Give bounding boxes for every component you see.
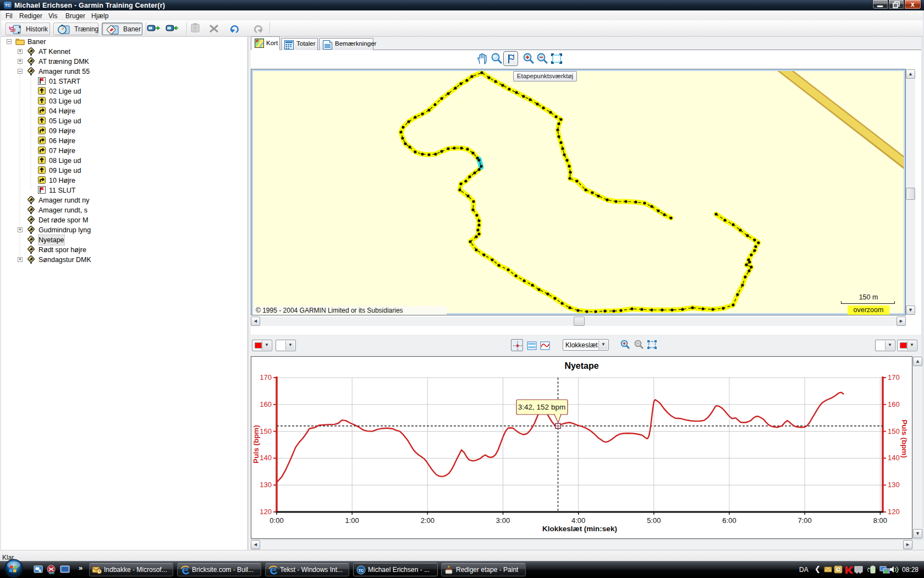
svg-text:3:42, 152 bpm: 3:42, 152 bpm	[518, 403, 565, 411]
svg-text:2:00: 2:00	[421, 516, 435, 525]
svg-text:6:00: 6:00	[722, 516, 736, 525]
svg-text:1:00: 1:00	[345, 516, 359, 525]
svg-text:0:00: 0:00	[270, 516, 283, 525]
svg-text:130: 130	[260, 481, 272, 489]
svg-text:170: 170	[260, 373, 272, 381]
svg-text:140: 140	[888, 454, 900, 462]
svg-text:oo: oo	[49, 570, 54, 575]
svg-text:140: 140	[260, 454, 272, 462]
svg-text:170: 170	[888, 373, 900, 381]
svg-text:150: 150	[888, 427, 900, 435]
svg-text:Puls (bpm): Puls (bpm)	[252, 425, 260, 464]
svg-text:160: 160	[260, 400, 272, 408]
svg-text:TC: TC	[359, 569, 364, 572]
svg-text:4:00: 4:00	[571, 516, 585, 525]
svg-text:Puls (bpm): Puls (bpm)	[900, 419, 909, 458]
svg-text:3:00: 3:00	[496, 516, 510, 525]
svg-text:8:00: 8:00	[873, 516, 887, 525]
svg-text:160: 160	[888, 400, 900, 408]
svg-text:130: 130	[888, 481, 900, 489]
svg-text:Klokkeslæt (min:sek): Klokkeslæt (min:sek)	[542, 525, 617, 533]
svg-text:5:00: 5:00	[647, 516, 661, 525]
svg-text:150: 150	[260, 427, 272, 435]
svg-text:120: 120	[260, 508, 272, 516]
svg-text:120: 120	[888, 508, 900, 516]
svg-text:7:00: 7:00	[798, 516, 812, 525]
